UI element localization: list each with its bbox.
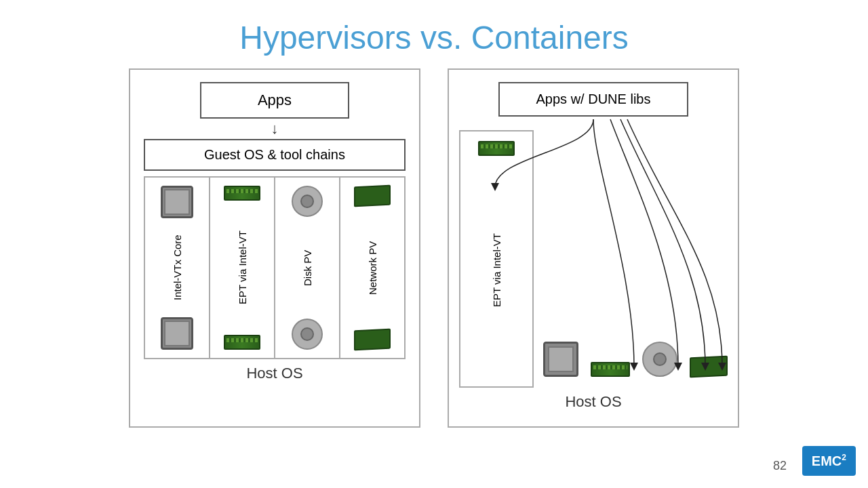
right-host-os-label: Host OS [456,393,731,411]
ram-icon-bottom [224,335,260,350]
right-disk-icon [642,342,677,377]
left-diagram: Apps ↓ Guest OS & tool chains Intel-VTx … [129,68,420,428]
right-ram-icon-top [478,141,515,156]
nic-icon-top [354,185,391,207]
apps-label: Apps [258,92,292,108]
chip-icon-bottom [161,317,193,350]
col-label-nic: Network PV [367,209,378,327]
emc-text: EMC2 [812,453,846,468]
right-diagram: Apps w/ DUNE libs EPT via Intel-VT [448,68,739,428]
apps-dune-box: Apps w/ DUNE libs [498,82,688,117]
guest-os-label: Guest OS & tool chains [204,147,345,162]
chip-icon-top [161,186,193,218]
right-ept-col: EPT via Intel-VT [459,130,534,388]
arrow-down-left: ↓ [137,120,412,138]
hw-col-nic: Network PV [340,178,404,358]
apps-box: Apps [200,82,349,119]
diagrams-container: Apps ↓ Guest OS & tool chains Intel-VTx … [0,68,868,428]
slide-title: Hypervisors vs. Containers [0,0,868,68]
left-host-os-label: Host OS [137,365,412,382]
hw-col-disk: Disk PV [275,178,340,358]
hw-columns: Intel-VTx Core EPT via Intel-VT Disk PV … [144,176,406,359]
guest-os-box: Guest OS & tool chains [144,139,406,171]
right-nic-icon [690,356,728,378]
disk-icon-top [292,186,323,217]
ram-icon-top [224,186,260,201]
emc-badge: EMC2 [802,446,856,476]
right-chip-icon [543,342,578,377]
right-hw-row [543,339,728,380]
right-ept-label: EPT via Intel-VT [491,159,502,382]
slide-number: 82 [773,459,787,473]
nic-icon-bottom [354,329,391,351]
hw-col-chip: Intel-VTx Core [145,178,210,358]
col-label-chip: Intel-VTx Core [172,221,183,314]
col-label-disk: Disk PV [302,220,313,316]
disk-icon-bottom [292,319,323,350]
hw-col-ram: EPT via Intel-VT [210,178,275,358]
right-ram-icon [591,362,630,377]
right-diagram-wrapper: Apps w/ DUNE libs EPT via Intel-VT [448,68,739,428]
apps-dune-label: Apps w/ DUNE libs [536,92,651,106]
right-hw-individual [543,130,728,388]
col-label-ram: EPT via Intel-VT [237,203,248,332]
